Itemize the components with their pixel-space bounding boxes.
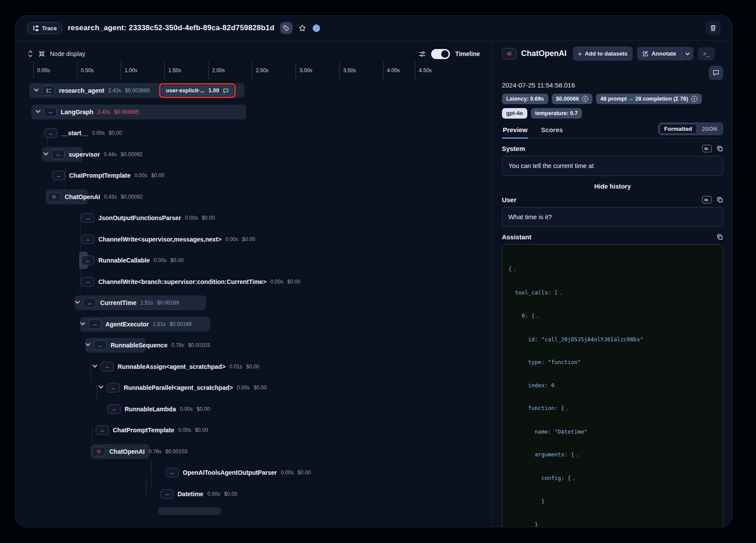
trace-row-runnableparallel[interactable]: ↔ RunnableParallel<agent_scratchpad> 0.0…	[16, 377, 491, 399]
node-name: CurrentTime	[100, 299, 136, 306]
format-toggle-json[interactable]: JSON	[697, 124, 722, 134]
tag-button[interactable]	[280, 22, 293, 34]
hide-history-link[interactable]: Hide history	[502, 183, 723, 190]
display-settings-icon[interactable]	[418, 50, 426, 58]
expand-all-icon[interactable]	[27, 50, 34, 57]
node-duration: 1.51s	[140, 300, 153, 306]
trace-row-datetime[interactable]: ↔ Datetime 0.00s $0.00	[16, 483, 491, 505]
node-name: Datetime	[178, 490, 203, 497]
app-window: Trace research_agent: 23338c52-350d-4efb…	[15, 15, 732, 527]
copy-icon[interactable]	[717, 145, 723, 152]
clipped-row-bar	[158, 507, 221, 515]
trace-row-channelwrite-supervisor[interactable]: ↔ ChannelWrite<supervisor,messages,next>…	[16, 229, 491, 250]
format-toggle-formatted[interactable]: Formatted	[659, 124, 697, 134]
node-duration: 0.00s	[237, 385, 250, 391]
chevron-down-icon[interactable]	[85, 341, 90, 346]
node-cost: $0.00103	[165, 448, 187, 455]
trace-row-chatprompttemplate[interactable]: ↔ ChatPromptTemplate 0.00s $0.00	[16, 165, 491, 186]
trace-tree-icon	[46, 88, 52, 94]
chevron-down-icon[interactable]	[35, 108, 40, 113]
feedback-name: user-explicit-...	[166, 88, 205, 94]
add-to-datasets-button[interactable]: + Add to datasets	[573, 46, 633, 61]
node-duration: 0.00s	[207, 491, 220, 497]
annotate-dropdown-button[interactable]	[681, 47, 693, 60]
tree-toolbar: Node display Timeline	[16, 41, 491, 61]
node-cost: $0.00092	[121, 151, 143, 158]
trace-row-runnablesequence[interactable]: ↔ RunnableSequence 0.78s $0.00103	[16, 335, 491, 356]
copy-icon[interactable]	[717, 234, 723, 240]
tab-scores[interactable]: Scores	[540, 123, 564, 138]
node-duration: 2.43s	[98, 109, 110, 115]
share-globe-button[interactable]	[312, 24, 321, 32]
ruler-tick: 0.50s	[77, 62, 94, 79]
comment-bubble-icon	[223, 88, 229, 94]
chevron-down-icon[interactable]	[80, 320, 85, 325]
node-duration: 0.43s	[104, 194, 117, 200]
node-duration: 0.44s	[104, 151, 117, 158]
node-cost: $0.003665	[114, 109, 139, 115]
node-duration: 0.01s	[230, 364, 242, 370]
node-name: ChatOpenAI	[65, 193, 100, 200]
annotation-highlight-box: user-explicit-... 1.00	[159, 83, 236, 98]
collapse-all-icon[interactable]	[38, 50, 45, 57]
trace-row-agentexecutor[interactable]: ↔ AgentExecutor 1.51s $0.00169	[16, 314, 491, 335]
trace-row-runnablelambda[interactable]: ↔ RunnableLambda 0.00s $0.00	[16, 399, 491, 420]
node-name: OpenAIToolsAgentOutputParser	[183, 469, 277, 476]
node-cost: $0.00	[224, 491, 237, 497]
node-name: research_agent	[59, 87, 105, 94]
playground-terminal-button[interactable]: >_	[698, 47, 714, 60]
trace-row-research-agent[interactable]: research_agent 2.43s $0.003665 user-expl…	[16, 80, 491, 102]
copy-icon[interactable]	[717, 196, 723, 203]
node-name: RunnableCallable	[98, 257, 150, 264]
node-cost: $0.00	[151, 172, 164, 179]
chevron-down-icon[interactable]	[98, 384, 103, 389]
node-cost: $0.00	[109, 130, 122, 136]
section-label-user: User	[502, 196, 516, 203]
node-duration: 1.51s	[153, 321, 166, 327]
trace-row-runnablecallable[interactable]: ↔ RunnableCallable 0.00s $0.00	[16, 250, 491, 271]
ruler-tick: 2.00s	[208, 62, 225, 79]
run-inspector-panel: ChatOpenAI + Add to datasets Annotate >_	[492, 41, 732, 527]
star-button[interactable]	[298, 24, 307, 32]
trace-row-chatopenai[interactable]: ChatOpenAI 0.43s $0.00092	[16, 186, 491, 208]
ruler-tick: 1.00s	[121, 62, 137, 79]
node-cost: $0.00169	[157, 300, 179, 306]
chevron-down-icon[interactable]	[43, 151, 48, 155]
ruler-tick: 3.00s	[296, 62, 312, 79]
trace-row-chatopenai-2[interactable]: ChatOpenAI 0.76s $0.00103	[16, 441, 491, 462]
trace-row-chatprompttemplate-2[interactable]: ↔ ChatPromptTemplate 0.00s $0.00	[16, 420, 491, 441]
chevron-down-icon[interactable]	[34, 87, 38, 91]
node-duration: 0.00s	[271, 279, 283, 285]
annotate-button[interactable]: Annotate	[637, 47, 681, 60]
comments-button[interactable]	[709, 66, 723, 80]
trace-row-start[interactable]: ↔ __start__ 0.00s $0.00	[16, 123, 491, 144]
user-message: What time is it?	[502, 207, 723, 227]
trace-row-openaitoolsagentoutputparser[interactable]: ↔ OpenAIToolsAgentOutputParser 0.00s $0.…	[16, 462, 491, 483]
run-title: ChatOpenAI	[521, 49, 567, 58]
trace-row-langgraph[interactable]: ↔ LangGraph 2.43s $0.003665	[16, 102, 491, 123]
plus-icon: +	[578, 50, 582, 57]
node-cost: $0.00	[298, 469, 311, 476]
markdown-toggle-icon[interactable]: M↓	[702, 196, 712, 203]
node-duration: 0.78s	[171, 342, 184, 348]
trace-row-jsonoutputfunctionsparser[interactable]: ↔ JsonOutputFunctionsParser 0.00s $0.00	[16, 207, 491, 229]
chevron-down-icon[interactable]	[92, 363, 97, 368]
trace-row-currenttime[interactable]: ↔ CurrentTime 1.51s $0.00169	[16, 292, 491, 314]
node-cost: $0.00	[242, 236, 255, 242]
ruler-tick: 0.00s	[33, 62, 50, 79]
openai-icon	[51, 194, 57, 200]
feedback-badge[interactable]: user-explicit-... 1.00	[162, 86, 233, 95]
trace-row-channelwrite-branch[interactable]: ↔ ChannelWrite<branch:supervisor:conditi…	[16, 271, 491, 293]
node-name: RunnableParallel<agent_scratchpad>	[124, 384, 233, 391]
markdown-toggle-icon[interactable]: M↓	[702, 145, 712, 152]
timeline-toggle[interactable]	[431, 49, 450, 59]
node-name: ChannelWrite<branch:supervisor:condition…	[98, 278, 267, 285]
tab-preview[interactable]: Preview	[502, 123, 529, 138]
delete-button[interactable]	[706, 21, 721, 35]
trace-row-runnableassign[interactable]: ↔ RunnableAssign<agent_scratchpad> 0.01s…	[16, 356, 491, 378]
chevron-down-icon[interactable]	[75, 299, 80, 304]
trace-row-supervisor[interactable]: ↔ supervisor 0.44s $0.00092	[16, 144, 491, 165]
chain-icon: ↔	[88, 319, 101, 329]
openai-icon	[96, 448, 102, 455]
node-duration: 2.43s	[108, 88, 121, 94]
